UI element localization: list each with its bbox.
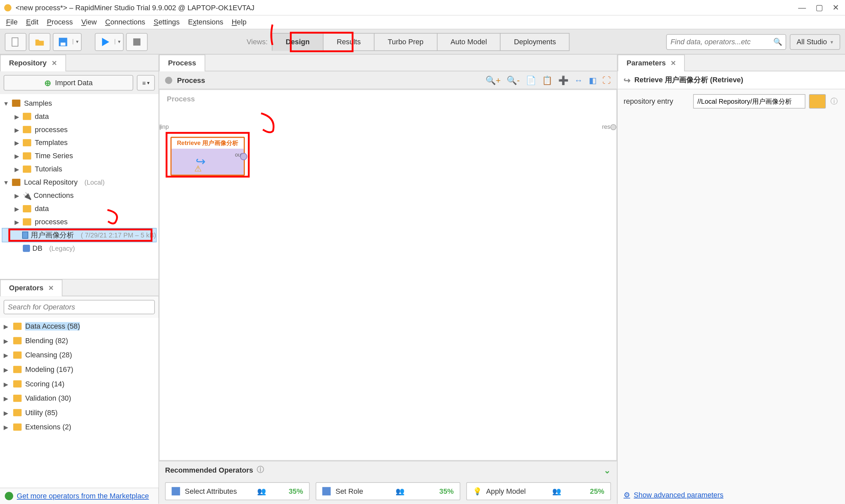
folder-icon (13, 380, 21, 388)
gear-icon: ⚙ (623, 491, 630, 499)
zoom-out-icon[interactable]: 🔍- (507, 75, 520, 85)
expand-icon[interactable]: ⌄ (604, 465, 611, 474)
menu-extensions[interactable]: Extensions (188, 18, 223, 26)
import-data-button[interactable]: ⊕ Import Data (4, 75, 133, 90)
folder-icon (23, 152, 31, 160)
op-data-access[interactable]: ▶Data Access (58) (4, 319, 155, 334)
community-icon: 👥 (257, 487, 266, 496)
tree-data[interactable]: data (35, 112, 49, 121)
close-icon[interactable]: ✕ (48, 284, 54, 292)
menu-view[interactable]: View (81, 18, 97, 26)
tree-local-data[interactable]: data (35, 204, 49, 213)
op-modeling[interactable]: ▶Modeling (167) (4, 362, 155, 377)
port-input[interactable]: inp (160, 124, 168, 130)
marketplace-link[interactable]: Get more operators from the Marketplace (0, 487, 158, 504)
param-repo-entry-input[interactable] (693, 94, 806, 109)
repository-tree[interactable]: ▼Samples ▶data ▶processes ▶Templates ▶Ti… (0, 94, 158, 279)
chevron-down-icon: ▾ (830, 39, 833, 44)
paste-icon[interactable]: 📋 (542, 75, 552, 85)
rec-op-select-attributes[interactable]: Select Attributes 👥 35% (165, 482, 310, 500)
tab-design[interactable]: Design (272, 33, 323, 51)
op-extensions[interactable]: ▶Extensions (2) (4, 420, 155, 434)
all-studio-dropdown[interactable]: All Studio ▾ (790, 34, 840, 50)
rec-op-set-role[interactable]: Set Role 👥 35% (316, 482, 460, 500)
tree-local-repo-meta: (Local) (85, 179, 105, 186)
tree-local-processes[interactable]: processes (35, 218, 67, 226)
op-blending[interactable]: ▶Blending (82) (4, 334, 155, 348)
parameters-tab[interactable]: Parameters ✕ (618, 54, 685, 71)
stop-icon (131, 36, 142, 47)
rec-op-apply-model[interactable]: 💡 Apply Model 👥 25% (466, 482, 611, 500)
menu-process[interactable]: Process (47, 18, 73, 26)
tree-samples[interactable]: Samples (24, 99, 52, 107)
tree-time-series[interactable]: Time Series (35, 151, 73, 160)
open-button[interactable] (29, 33, 50, 51)
repository-tab[interactable]: Repository ✕ (0, 54, 66, 71)
globe-icon (5, 492, 13, 500)
tree-tutorials[interactable]: Tutorials (35, 165, 62, 173)
search-input[interactable] (670, 38, 773, 46)
stop-button[interactable] (126, 33, 147, 51)
run-button[interactable]: ▾ (95, 33, 124, 51)
table-icon (172, 487, 180, 496)
operators-tree[interactable]: ▶Data Access (58) ▶Blending (82) ▶Cleans… (0, 318, 158, 488)
menu-settings[interactable]: Settings (154, 18, 180, 26)
tree-local-repo[interactable]: Local Repository (24, 178, 78, 186)
tab-auto-model[interactable]: Auto Model (437, 33, 501, 51)
menu-file[interactable]: File (6, 18, 18, 26)
fit-icon[interactable]: ⛶ (602, 75, 611, 85)
copy-icon[interactable]: 📄 (526, 75, 536, 85)
operators-tab[interactable]: Operators ✕ (0, 279, 63, 296)
op-scoring[interactable]: ▶Scoring (14) (4, 377, 155, 391)
table-icon (322, 487, 331, 496)
save-dropdown-icon[interactable]: ▾ (73, 39, 81, 44)
tree-selected-dataset[interactable]: 用户画像分析 ( 7/29/21 2:17 PM – 5 kB) (2, 229, 156, 242)
menu-help[interactable]: Help (232, 18, 247, 26)
tree-db[interactable]: DB (32, 244, 42, 252)
folder-icon (13, 395, 21, 402)
close-button[interactable]: ✕ (832, 3, 839, 12)
breadcrumb[interactable]: Process (177, 76, 205, 84)
show-advanced-parameters-link[interactable]: ⚙ Show advanced parameters (618, 486, 845, 504)
tab-results[interactable]: Results (323, 33, 374, 51)
info-icon[interactable]: ⓘ (257, 465, 264, 475)
folder-icon (23, 205, 31, 212)
tab-deployments[interactable]: Deployments (500, 33, 570, 51)
operator-retrieve[interactable]: Retrieve 用户画像分析 ↪ ⚠ out (171, 137, 245, 176)
tree-templates[interactable]: Templates (35, 139, 67, 147)
rec-op-label: Select Attributes (185, 487, 236, 496)
new-button[interactable] (5, 33, 27, 51)
menu-edit[interactable]: Edit (26, 18, 39, 26)
save-button[interactable]: ▾ (53, 33, 82, 51)
process-tab[interactable]: Process (159, 54, 205, 71)
add-note-icon[interactable]: ➕ (558, 75, 568, 85)
tree-processes[interactable]: processes (35, 126, 67, 134)
close-icon[interactable]: ✕ (52, 59, 57, 67)
close-icon[interactable]: ✕ (670, 59, 676, 67)
process-canvas[interactable]: Process inp res Retrieve 用户画像分析 ↪ ⚠ out (159, 90, 617, 461)
menu-connections[interactable]: Connections (105, 18, 145, 26)
search-icon[interactable]: 🔍 (773, 38, 782, 46)
info-icon[interactable]: ⓘ (829, 96, 839, 106)
tab-turbo-prep[interactable]: Turbo Prep (374, 33, 438, 51)
repo-menu-button[interactable]: ≡▾ (137, 75, 155, 90)
run-dropdown-icon[interactable]: ▾ (115, 39, 123, 44)
port-result[interactable]: res (602, 124, 616, 130)
minimize-button[interactable]: — (798, 3, 806, 12)
tree-connections[interactable]: Connections (34, 191, 74, 199)
folder-icon (23, 139, 31, 146)
marketplace-link-label: Get more operators from the Marketplace (17, 492, 149, 500)
recommended-title: Recommended Operators (165, 466, 253, 474)
operator-out-port[interactable] (240, 153, 247, 160)
arrange-icon[interactable]: ↔ (574, 75, 583, 85)
global-search[interactable]: 🔍 (666, 34, 786, 50)
op-cleansing[interactable]: ▶Cleansing (28) (4, 348, 155, 362)
browse-repo-button[interactable] (809, 94, 826, 109)
breakpoint-icon[interactable]: ◧ (589, 75, 597, 85)
operators-search-input[interactable] (4, 300, 155, 314)
zoom-in-icon[interactable]: 🔍+ (486, 75, 501, 85)
op-validation[interactable]: ▶Validation (30) (4, 391, 155, 406)
parameters-tab-label: Parameters (627, 59, 666, 67)
op-utility[interactable]: ▶Utility (85) (4, 406, 155, 420)
maximize-button[interactable]: ▢ (815, 3, 823, 12)
